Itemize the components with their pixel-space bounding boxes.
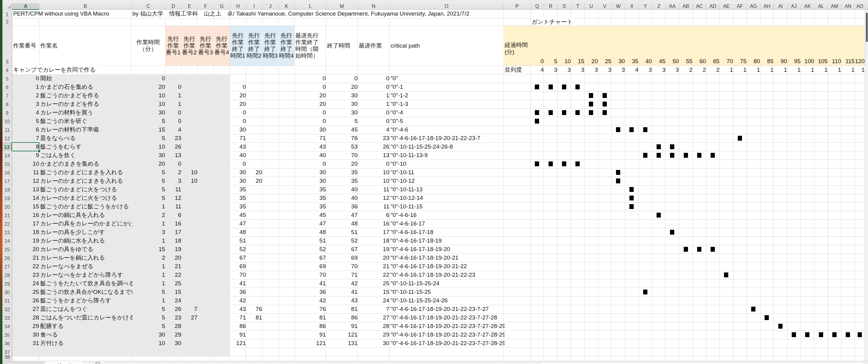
cell-task-name[interactable]: 飯ごうのかまどを作る xyxy=(39,91,132,100)
col-header-AJ[interactable]: AJ xyxy=(787,3,801,9)
col-header-AD[interactable]: AD xyxy=(706,3,720,9)
cell-start-time[interactable]: 67 xyxy=(294,253,328,262)
cell-pred1[interactable]: 19 xyxy=(165,245,183,253)
cell-pred-finish1[interactable]: 35 xyxy=(230,194,247,202)
row-header-25[interactable]: 25 xyxy=(2,245,12,253)
parallelism-value[interactable]: 1 xyxy=(733,66,748,74)
cell-critical-path[interactable]: "0"-4-6-16-17 xyxy=(389,219,505,228)
cell-task-no[interactable]: 16 xyxy=(12,211,40,219)
cell-task-no[interactable]: 22 xyxy=(12,262,40,271)
cell-pred-finish1[interactable]: 0 xyxy=(230,108,247,117)
cell-start-time[interactable]: 51 xyxy=(294,237,328,245)
row-header-16[interactable]: 16 xyxy=(2,168,12,177)
col-header-AF[interactable]: AF xyxy=(734,3,747,9)
cell-critical-path[interactable]: "0"-4-6 xyxy=(389,125,505,134)
cell-task-no[interactable]: 23 xyxy=(12,271,40,279)
cell-end-time[interactable]: 121 xyxy=(326,330,359,339)
col-header-AK[interactable]: AK xyxy=(801,3,814,9)
col-header-O[interactable]: O xyxy=(390,3,504,9)
cell-pred-finish1[interactable]: 121 xyxy=(230,339,247,347)
cell-end-time[interactable]: 91 xyxy=(326,322,359,330)
cell-pred2[interactable]: 27 xyxy=(181,313,199,322)
cell-pred1[interactable]: 0 xyxy=(165,83,183,91)
cell-task-no[interactable]: 30 xyxy=(12,330,40,339)
col-header-D[interactable]: D xyxy=(165,3,182,9)
col-header-AN[interactable]: AN xyxy=(841,3,855,9)
cell-critical-path[interactable]: "0"-4-6-16-17-18-19-20-21-22-23-7-27-28-… xyxy=(389,330,505,339)
parallelism-value[interactable]: 1 xyxy=(773,66,788,74)
cell-pred-finish1[interactable]: 70 xyxy=(230,271,247,279)
cell-A4-project-label[interactable]: キャンプでカレーを共同で作る xyxy=(13,66,98,74)
cell-start-time[interactable]: 76 xyxy=(294,305,328,313)
cell-pred1[interactable]: 21 xyxy=(165,262,183,271)
header-finish-time[interactable]: 終了時間 xyxy=(326,26,358,66)
col-header-L[interactable]: L xyxy=(295,3,326,9)
time-label-40[interactable]: 40 xyxy=(638,58,653,65)
cell-pred1[interactable]: 0 xyxy=(165,117,183,125)
col-header-T[interactable]: T xyxy=(571,3,585,9)
cell-end-time[interactable]: 67 xyxy=(326,245,359,253)
cell-end-time[interactable]: 43 xyxy=(326,296,359,305)
header-latest-pred-finish[interactable]: 最遅先行 作業終了 時間（開 始時間） xyxy=(295,26,326,66)
col-header-P[interactable]: P xyxy=(504,3,531,9)
cell-task-no[interactable]: 3 xyxy=(12,100,40,108)
cell-pred1[interactable]: 24 xyxy=(165,296,183,305)
cell-end-time[interactable]: 71 xyxy=(326,271,359,279)
time-label-110[interactable]: 110 xyxy=(828,58,843,65)
cell-end-time[interactable]: 51 xyxy=(326,228,359,237)
col-header-I[interactable]: I xyxy=(246,3,262,9)
row-header-3[interactable]: 3 xyxy=(2,26,12,66)
cell-task-no[interactable]: 31 xyxy=(12,339,40,347)
time-label-90[interactable]: 90 xyxy=(773,58,788,65)
cell-task-no[interactable]: 27 xyxy=(12,305,40,313)
cell-duration[interactable]: 5 xyxy=(131,194,166,202)
cell-pred1[interactable]: 26 xyxy=(165,305,183,313)
col-header-AC[interactable]: AC xyxy=(693,3,706,9)
time-label-20[interactable]: 20 xyxy=(584,58,599,65)
cell-critical-path[interactable]: "0"-10-11-15-25-24-26 xyxy=(389,296,505,305)
cell-task-name[interactable]: 食べる xyxy=(39,330,132,339)
cell-critical-path[interactable]: "0"-10-11-15-25-24 xyxy=(389,279,505,288)
cell-task-no[interactable]: 7 xyxy=(12,134,40,143)
cell-pred-finish1[interactable]: 43 xyxy=(230,143,247,151)
col-header-Y[interactable]: Y xyxy=(639,3,652,9)
cell-duration[interactable]: 2 xyxy=(131,253,166,262)
cell-task-name[interactable]: 配膳する xyxy=(39,322,132,330)
parallelism-value[interactable]: 1 xyxy=(787,66,802,74)
cell-task-no[interactable]: 15 xyxy=(12,202,40,211)
cell-task-no[interactable]: 19 xyxy=(12,237,40,245)
cell-latest-task[interactable]: 23 xyxy=(358,134,391,143)
cell-latest-task[interactable]: 10 xyxy=(358,168,391,177)
time-label-35[interactable]: 35 xyxy=(625,58,640,65)
col-header-V[interactable]: V xyxy=(598,3,612,9)
cell-start-time[interactable]: 121 xyxy=(294,339,328,347)
header-pred-finish-2[interactable]: 先行 作業 終了 時間2 xyxy=(246,26,262,66)
time-label-10[interactable]: 10 xyxy=(557,58,572,65)
cell-task-name[interactable]: カレーの鍋に具を入れる xyxy=(39,211,132,219)
row-header-27[interactable]: 27 xyxy=(2,262,12,271)
cell-task-no[interactable]: 12 xyxy=(12,177,40,185)
cell-critical-path[interactable]: "0"-10-11 xyxy=(389,168,505,177)
cell-task-no[interactable]: 14 xyxy=(12,194,40,202)
cell-task-no[interactable]: 5 xyxy=(12,117,40,125)
cell-duration[interactable]: 1 xyxy=(131,271,166,279)
cell-critical-path[interactable]: "0"-4-6-16 xyxy=(389,211,505,219)
cell-start-time[interactable]: 47 xyxy=(294,219,328,228)
cell-C1-byline[interactable]: by 福山大学 情報工学科 山之上 卓/ Takashi Yamanoue, C… xyxy=(132,9,472,18)
row-header-22[interactable]: 22 xyxy=(2,219,12,228)
cell-pred-finish1[interactable]: 20 xyxy=(230,100,247,108)
cell-pred-finish1[interactable]: 71 xyxy=(230,134,247,143)
cell-end-time[interactable]: 53 xyxy=(326,143,359,151)
cell-pred1[interactable]: 20 xyxy=(165,253,183,262)
cell-task-name[interactable]: かまどのまきを集める xyxy=(39,159,132,168)
cell-pred-finish1[interactable]: 0 xyxy=(230,83,247,91)
parallelism-value[interactable]: 3 xyxy=(557,66,572,74)
cell-end-time[interactable]: 35 xyxy=(326,168,359,177)
cell-start-time[interactable]: 43 xyxy=(294,143,328,151)
cell-duration[interactable]: 10 xyxy=(131,143,166,151)
row-header-38[interactable]: 38 xyxy=(2,356,12,361)
cell-critical-path[interactable]: "0"-1-3 xyxy=(389,100,505,108)
cell-latest-task[interactable]: 11 xyxy=(358,202,391,211)
cell-critical-path[interactable]: "0"-1 xyxy=(389,83,505,91)
cell-duration[interactable]: 5 xyxy=(131,185,166,194)
